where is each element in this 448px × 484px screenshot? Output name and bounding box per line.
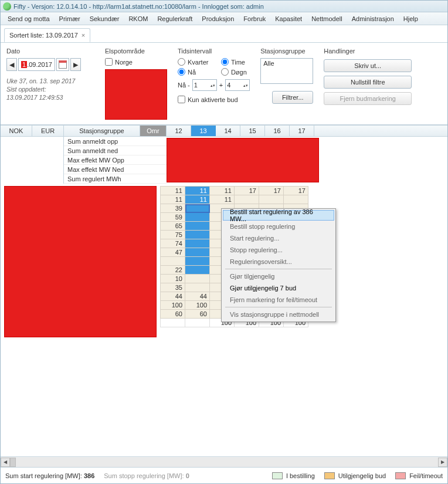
elspot-label: Elspotområde [105,48,167,55]
menu-send-og-motta[interactable]: Send og motta [3,14,55,23]
norge-label: Norge [115,59,133,66]
grid-header: NOK EUR Stasjonsgruppe Omr 12 13 14 15 1… [1,125,447,137]
ctx-separator [225,269,332,269]
elspot-redacted-block [105,69,167,120]
dogn-label: Døgn [231,69,247,76]
skriv-ut-button[interactable]: Skriv ut... [324,59,412,72]
ctx-gjor-tilgjengelig: Gjør tilgjengelig [223,270,334,282]
col-omr[interactable]: Omr [140,126,167,136]
legend-feil: Feil/timeout [409,472,443,479]
ctx-reguleringsoversikt: Reguleringsoversikt... [223,256,334,268]
tab-close-icon[interactable]: × [82,32,85,39]
scroll-right-button[interactable]: ▶ [438,458,447,467]
menu-regulerkraft[interactable]: Regulerkraft [152,14,197,23]
ctx-gjor-utilgjengelig[interactable]: Gjør utilgjengelig 7 bud [223,282,334,294]
na-label: Nå [188,69,196,76]
sum-stopp-value: 0 [186,472,189,479]
col-hour-12[interactable]: 12 [167,126,191,136]
tab-label: Sortert liste: 13.09.2017 [9,32,78,39]
kvarter-label: Kvarter [188,59,208,66]
stasjonsgruppe-input[interactable]: Alle [260,58,313,84]
horizontal-scrollbar[interactable]: ◀ ▶ [1,456,447,467]
dato-label: Dato [6,48,94,55]
na-minus-spinner[interactable]: 1▴▾ [192,79,217,91]
sum-start-value: 386 [84,472,94,479]
date-next-button[interactable]: ▶ [70,58,81,71]
na-minus-value: 1 [194,82,198,89]
menu-rkom[interactable]: RKOM [124,14,152,23]
menu-nettmodell[interactable]: Nettmodell [307,14,347,23]
window-title: Fifty - Versjon: 12.0.14.10 - http://lar… [13,3,264,10]
menu-administrasjon[interactable]: Administrasjon [347,14,399,23]
filtrer-label: Filtrer... [282,94,304,101]
na-plus-spinner[interactable]: 4▴▾ [225,79,250,91]
date-prev-button[interactable]: ◀ [6,58,17,71]
sum-regulert: Sum regulert MWh [64,174,167,184]
ctx-start-regulering: Start regulering... [223,232,334,244]
date-rest: .09.2017 [27,61,52,68]
menu-produksjon[interactable]: Produksjon [197,14,239,23]
sum-anmeldt-opp: Sum anmeldt opp [64,137,167,146]
ctx-bestill-start[interactable]: Bestill start regulering av 386 MW... [223,210,334,221]
fjern-label: Fjern budmarkering [340,95,396,102]
chevron-left-icon: ◀ [9,61,14,69]
col-nok[interactable]: NOK [1,126,32,136]
menu-forbruk[interactable]: Forbruk [239,14,270,23]
max-effekt-opp: Max effekt MW Opp [64,155,167,165]
summary-redacted-block [167,138,319,182]
ctx-fjern-markering: Fjern markering for feil/timeout [223,294,334,306]
kvarter-radio[interactable] [178,58,185,66]
menu-primaer[interactable]: Primær [55,14,85,23]
na-plus-label: + [219,82,223,89]
statusbar: Sum start regulering [MW]: 386 Sum stopp… [1,467,447,483]
tab-sortert-liste[interactable]: Sortert liste: 13.09.2017 × [4,28,90,42]
handlinger-label: Handlinger [324,48,412,55]
date-input[interactable]: 1.09.2017 [18,58,55,71]
swatch-feil [395,472,406,479]
col-stasjonsgruppe[interactable]: Stasjonsgruppe [64,126,140,136]
uke-info: Uke 37, on. 13. sep 2017 [6,77,94,85]
nullstill-filtre-button[interactable]: Nullstill filtre [324,76,412,89]
tidsintervall-label: Tidsintervall [178,48,250,55]
nullstill-label: Nullstill filtre [351,79,385,86]
scroll-track[interactable] [10,458,438,467]
spinner-arrows-icon: ▴▾ [243,83,248,87]
swatch-ibestilling [272,472,283,479]
spinner-arrows-icon: ▴▾ [211,83,215,87]
time-radio[interactable] [221,58,229,66]
kun-aktiverte-checkbox[interactable] [178,96,185,103]
stasjonsgruppe-value: Alle [263,60,274,67]
chevron-right-icon: ▶ [73,61,78,69]
max-effekt-ned: Max effekt MW Ned [64,165,167,174]
sist-oppdatert-value: 13.09.2017 12:49:53 [6,93,94,101]
col-hour-15[interactable]: 15 [240,126,265,136]
sum-start-label: Sum start regulering [MW]: [5,472,82,479]
scroll-left-button[interactable]: ◀ [1,458,10,467]
norge-checkbox[interactable] [105,58,113,66]
scroll-thumb[interactable] [10,458,16,467]
stasjonsgruppe-label: Stasjonsgruppe [260,48,313,55]
col-eur[interactable]: EUR [32,126,64,136]
na-radio[interactable] [178,68,185,76]
ctx-bestill-stopp: Bestill stopp regulering [223,221,334,232]
menu-kapasitet[interactable]: Kapasitet [270,14,307,23]
time-label: Time [231,59,245,66]
titlebar: Fifty - Versjon: 12.0.14.10 - http://lar… [1,1,447,12]
app-icon [3,2,11,11]
ctx-stopp-regulering: Stopp regulering... [223,244,334,256]
filter-panel: Dato ◀ 1.09.2017 ▶ Uke 37, on. 13. sep 2… [1,43,447,125]
col-hour-14[interactable]: 14 [216,126,240,136]
menu-sekundaer[interactable]: Sekundær [85,14,124,23]
filtrer-button[interactable]: Filtrer... [272,91,313,104]
ctx-separator [225,307,332,307]
col-hour-16[interactable]: 16 [265,126,290,136]
menu-hjelp[interactable]: Hjelp [399,14,423,23]
dogn-radio[interactable] [221,68,229,76]
menubar: Send og motta Primær Sekundær RKOM Regul… [1,12,447,25]
col-hour-13[interactable]: 13 [191,126,216,136]
app-window: Fifty - Versjon: 12.0.14.10 - http://lar… [0,0,448,484]
legend-utilgjengelig: Utilgjengelig bud [338,472,386,479]
swatch-utilgjengelig [324,472,335,479]
col-hour-17[interactable]: 17 [290,126,314,136]
calendar-button[interactable] [56,58,69,71]
